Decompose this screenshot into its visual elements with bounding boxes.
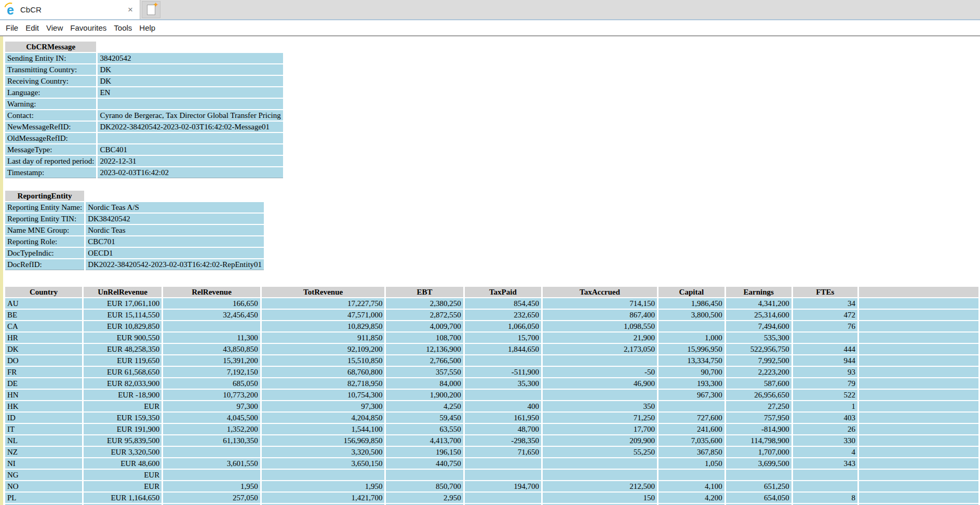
value-cell: EUR 1,164,650 [84,493,162,503]
field-label: Language: [5,87,96,98]
value-cell [465,390,541,400]
page-content: CbCRMessage Sending Entity IN:38420542Tr… [0,36,980,505]
value-cell: 27,250 [726,401,791,411]
field-value: EN [98,87,283,98]
country-cell: DE [5,378,82,389]
country-cell: PL [5,493,82,503]
value-cell [659,470,724,480]
column-header-totrevenue: TotRevenue [262,287,385,297]
clipped-cell [859,378,978,389]
value-cell: 21,900 [543,333,657,343]
value-cell: 2,872,550 [386,310,463,320]
value-cell: EUR 48,600 [84,458,162,469]
section-title-row: ReportingEntity [5,191,264,201]
value-cell: 15,700 [465,333,541,343]
country-cell: NI [5,458,82,469]
value-cell: 1,050 [659,458,724,469]
value-cell: 1,950 [262,481,385,491]
value-cell: 1,066,050 [465,321,541,331]
value-cell: 10,829,850 [262,321,385,331]
clipped-cell [859,401,978,411]
menu-item-edit[interactable]: Edit [22,23,43,32]
value-cell: 403 [793,413,857,423]
spacer [86,191,264,201]
clipped-cell [859,333,978,343]
field-label: Last day of reported period: [5,156,96,166]
field-value: CBC401 [98,144,283,155]
value-cell: 727,600 [659,413,724,423]
table-row: PLEUR 1,164,650257,0501,421,7002,9501504… [5,493,978,503]
column-header-capital: Capital [659,287,724,297]
field-value: DK [98,64,283,75]
value-cell: 4 [793,447,857,457]
value-cell: EUR 159,350 [84,413,162,423]
value-cell: 108,700 [386,333,463,343]
value-cell [543,390,657,400]
value-cell [465,493,541,503]
value-cell: 15,391,200 [163,355,260,366]
value-cell: 4,250 [386,401,463,411]
value-cell: 10,754,300 [262,390,385,400]
value-cell: 3,699,500 [726,458,791,469]
value-cell: 92,109,200 [262,344,385,354]
kv-row: Last day of reported period:2022-12-31 [5,156,283,166]
table-row: HNEUR -18,90010,773,20010,754,3001,900,2… [5,390,978,400]
value-cell: 1,544,100 [262,424,385,434]
kv-row: Timestamp:2023-02-03T16:42:02 [5,167,283,178]
value-cell: 343 [793,458,857,469]
kv-row: Reporting Role:CBC701 [5,236,264,247]
value-cell: 1,098,550 [543,321,657,331]
field-label: Reporting Role: [5,236,84,247]
value-cell [543,458,657,469]
clipped-cell [859,321,978,331]
value-cell: 2,380,250 [386,298,463,309]
country-cell: HN [5,390,82,400]
value-cell: 444 [793,344,857,354]
menu-item-view[interactable]: View [43,23,66,32]
menu-item-tools[interactable]: Tools [110,23,136,32]
browser-tab-bar: e CbCR × ✦ [0,0,980,20]
field-value: DK2022-38420542-2023-02-03T16:42:02-Mess… [98,122,283,132]
value-cell: EUR 10,829,850 [84,321,162,331]
value-cell [465,355,541,366]
field-value: DK2022-38420542-2023-02-03T16:42:02-RepE… [86,259,264,270]
value-cell: 1 [793,401,857,411]
value-cell: 48,700 [465,424,541,434]
value-cell [659,401,724,411]
value-cell: EUR 119,650 [84,355,162,366]
value-cell: 161,950 [465,413,541,423]
kv-row: MessageType:CBC401 [5,144,283,155]
value-cell: 4,341,200 [726,298,791,309]
value-cell: -511,900 [465,367,541,377]
new-tab-button[interactable]: ✦ [142,1,160,18]
menu-item-favourites[interactable]: Favourites [66,23,110,32]
value-cell: 4,204,850 [262,413,385,423]
value-cell: 4,009,700 [386,321,463,331]
country-cell: NL [5,435,82,446]
kv-row: Receiving Country:DK [5,76,283,86]
kv-row: Language:EN [5,87,283,98]
value-cell: 911,850 [262,333,385,343]
value-cell: EUR [84,470,162,480]
value-cell: 68,760,800 [262,367,385,377]
tab-close-icon[interactable]: × [125,4,136,15]
table-row: DEEUR 82,033,900685,05082,718,95084,0003… [5,378,978,389]
value-cell: 97,300 [163,401,260,411]
country-cell: FR [5,367,82,377]
menu-item-help[interactable]: Help [136,23,159,32]
value-cell: 43,850,850 [163,344,260,354]
value-cell [262,470,385,480]
value-cell [543,355,657,366]
value-cell: 2,950 [386,493,463,503]
value-cell [465,470,541,480]
value-cell: 82,718,950 [262,378,385,389]
section-title: ReportingEntity [5,191,84,201]
value-cell: 34 [793,298,857,309]
value-cell: 114,798,900 [726,435,791,446]
value-cell [163,321,260,331]
value-cell: EUR 191,900 [84,424,162,434]
menu-item-file[interactable]: File [2,23,22,32]
value-cell: 651,250 [726,481,791,491]
value-cell: 654,050 [726,493,791,503]
browser-tab-cbcr[interactable]: e CbCR × [0,0,140,19]
